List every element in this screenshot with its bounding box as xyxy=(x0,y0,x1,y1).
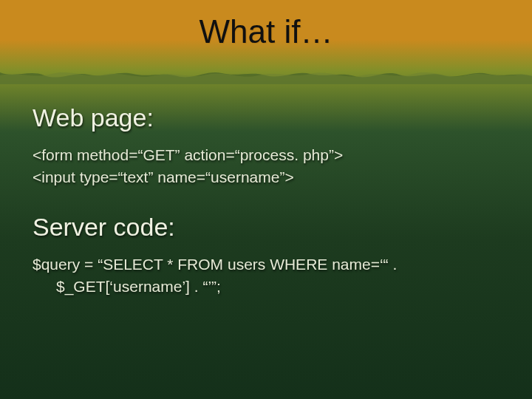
code-line: $_GET[‘username’] . “’”; xyxy=(33,277,502,296)
code-line: $query = “SELECT * FROM users WHERE name… xyxy=(33,255,502,274)
torn-edge-decoration xyxy=(0,68,532,84)
slide-body: Web page: <form method=“GET” action=“pro… xyxy=(33,103,502,299)
code-line: <form method=“GET” action=“process. php”… xyxy=(33,146,502,165)
code-line: <input type=“text” name=“username”> xyxy=(33,168,502,187)
slide-title: What if… xyxy=(0,13,532,50)
section-heading-server-code: Server code: xyxy=(33,213,502,242)
slide: What if… Web page: <form method=“GET” ac… xyxy=(0,0,532,399)
section-heading-web-page: Web page: xyxy=(33,103,502,132)
